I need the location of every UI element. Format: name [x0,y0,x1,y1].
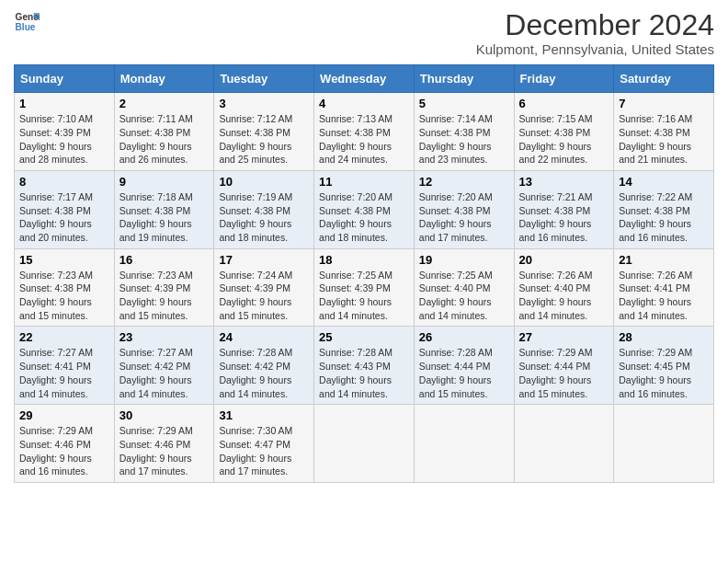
day-number: 4 [319,97,409,110]
calendar-cell: 21 Sunrise: 7:26 AMSunset: 4:41 PMDaylig… [614,248,714,327]
day-number: 21 [619,253,709,267]
calendar-cell: 27 Sunrise: 7:29 AMSunset: 4:44 PMDaylig… [514,327,614,405]
day-info: Sunrise: 7:30 AMSunset: 4:47 PMDaylight:… [219,425,292,477]
weekday-header-monday: Monday [114,65,214,93]
week-row-2: 8 Sunrise: 7:17 AMSunset: 4:38 PMDayligh… [15,170,714,248]
calendar-cell: 20 Sunrise: 7:26 AMSunset: 4:40 PMDaylig… [514,248,614,327]
calendar-cell: 9 Sunrise: 7:18 AMSunset: 4:38 PMDayligh… [114,170,214,248]
day-info: Sunrise: 7:23 AMSunset: 4:39 PMDaylight:… [119,270,193,321]
day-info: Sunrise: 7:27 AMSunset: 4:42 PMDaylight:… [119,347,193,398]
day-number: 9 [119,175,210,189]
calendar-cell [414,405,514,483]
calendar-cell: 5 Sunrise: 7:14 AMSunset: 4:38 PMDayligh… [414,93,514,171]
calendar-cell: 19 Sunrise: 7:25 AMSunset: 4:40 PMDaylig… [414,248,514,327]
day-info: Sunrise: 7:28 AMSunset: 4:44 PMDaylight:… [419,347,493,398]
day-info: Sunrise: 7:23 AMSunset: 4:38 PMDaylight:… [19,270,93,321]
day-info: Sunrise: 7:29 AMSunset: 4:46 PMDaylight:… [19,425,93,477]
day-number: 6 [519,97,609,110]
day-info: Sunrise: 7:17 AMSunset: 4:38 PMDaylight:… [19,191,93,243]
day-info: Sunrise: 7:16 AMSunset: 4:38 PMDaylight:… [619,113,692,165]
calendar-cell [314,405,415,483]
day-number: 31 [219,408,309,422]
day-number: 20 [519,253,609,267]
day-info: Sunrise: 7:18 AMSunset: 4:38 PMDaylight:… [119,191,193,243]
calendar-cell: 8 Sunrise: 7:17 AMSunset: 4:38 PMDayligh… [15,170,115,248]
calendar-cell: 11 Sunrise: 7:20 AMSunset: 4:38 PMDaylig… [314,170,415,248]
day-info: Sunrise: 7:28 AMSunset: 4:42 PMDaylight:… [219,347,292,398]
day-number: 24 [219,330,309,344]
calendar-cell: 4 Sunrise: 7:13 AMSunset: 4:38 PMDayligh… [314,93,415,171]
svg-text:Blue: Blue [16,22,36,32]
day-info: Sunrise: 7:26 AMSunset: 4:40 PMDaylight:… [519,270,593,321]
day-number: 7 [619,97,709,110]
week-row-4: 22 Sunrise: 7:27 AMSunset: 4:41 PMDaylig… [15,327,714,405]
week-row-1: 1 Sunrise: 7:10 AMSunset: 4:39 PMDayligh… [15,93,714,171]
calendar-cell [514,405,614,483]
day-number: 27 [519,330,609,344]
day-info: Sunrise: 7:29 AMSunset: 4:44 PMDaylight:… [519,347,593,398]
day-number: 16 [119,253,210,267]
calendar-cell: 28 Sunrise: 7:29 AMSunset: 4:45 PMDaylig… [614,327,714,405]
calendar-cell: 7 Sunrise: 7:16 AMSunset: 4:38 PMDayligh… [614,93,714,171]
day-number: 30 [119,408,210,422]
day-number: 5 [419,97,509,110]
weekday-header-friday: Friday [514,65,614,93]
day-number: 26 [419,330,509,344]
calendar-cell: 16 Sunrise: 7:23 AMSunset: 4:39 PMDaylig… [114,248,214,327]
calendar-cell: 25 Sunrise: 7:28 AMSunset: 4:43 PMDaylig… [314,327,415,405]
day-info: Sunrise: 7:10 AMSunset: 4:39 PMDaylight:… [19,113,93,165]
day-info: Sunrise: 7:13 AMSunset: 4:38 PMDaylight:… [319,113,392,165]
calendar-cell: 31 Sunrise: 7:30 AMSunset: 4:47 PMDaylig… [214,405,314,483]
weekday-header-sunday: Sunday [15,65,115,93]
day-number: 1 [19,97,109,110]
day-number: 11 [319,175,409,189]
logo: General Blue [14,9,40,35]
day-info: Sunrise: 7:15 AMSunset: 4:38 PMDaylight:… [519,113,593,165]
calendar-cell: 14 Sunrise: 7:22 AMSunset: 4:38 PMDaylig… [614,170,714,248]
calendar-cell: 23 Sunrise: 7:27 AMSunset: 4:42 PMDaylig… [114,327,214,405]
logo-icon: General Blue [14,9,40,35]
calendar-cell: 12 Sunrise: 7:20 AMSunset: 4:38 PMDaylig… [414,170,514,248]
day-number: 2 [119,97,210,110]
calendar-cell: 30 Sunrise: 7:29 AMSunset: 4:46 PMDaylig… [114,405,214,483]
day-number: 8 [19,175,109,189]
weekday-header-tuesday: Tuesday [214,65,314,93]
day-info: Sunrise: 7:19 AMSunset: 4:38 PMDaylight:… [219,191,292,243]
day-info: Sunrise: 7:22 AMSunset: 4:38 PMDaylight:… [619,191,692,243]
calendar-cell: 15 Sunrise: 7:23 AMSunset: 4:38 PMDaylig… [15,248,115,327]
calendar-cell: 3 Sunrise: 7:12 AMSunset: 4:38 PMDayligh… [214,93,314,171]
day-number: 14 [619,175,709,189]
calendar-cell: 26 Sunrise: 7:28 AMSunset: 4:44 PMDaylig… [414,327,514,405]
day-number: 28 [619,330,709,344]
week-row-5: 29 Sunrise: 7:29 AMSunset: 4:46 PMDaylig… [15,405,714,483]
day-info: Sunrise: 7:20 AMSunset: 4:38 PMDaylight:… [419,191,493,243]
calendar-cell: 29 Sunrise: 7:29 AMSunset: 4:46 PMDaylig… [15,405,115,483]
weekday-header-thursday: Thursday [414,65,514,93]
calendar-cell: 2 Sunrise: 7:11 AMSunset: 4:38 PMDayligh… [114,93,214,171]
day-info: Sunrise: 7:25 AMSunset: 4:40 PMDaylight:… [419,270,493,321]
day-info: Sunrise: 7:29 AMSunset: 4:45 PMDaylight:… [619,347,692,398]
day-number: 23 [119,330,210,344]
day-info: Sunrise: 7:25 AMSunset: 4:39 PMDaylight:… [319,270,392,321]
calendar-cell: 1 Sunrise: 7:10 AMSunset: 4:39 PMDayligh… [15,93,115,171]
calendar-cell: 10 Sunrise: 7:19 AMSunset: 4:38 PMDaylig… [214,170,314,248]
day-number: 12 [419,175,509,189]
day-info: Sunrise: 7:21 AMSunset: 4:38 PMDaylight:… [519,191,593,243]
week-row-3: 15 Sunrise: 7:23 AMSunset: 4:38 PMDaylig… [15,248,714,327]
day-number: 13 [519,175,609,189]
day-number: 3 [219,97,309,110]
day-number: 29 [19,408,109,422]
weekday-header-row: SundayMondayTuesdayWednesdayThursdayFrid… [15,65,714,93]
day-number: 15 [19,253,109,267]
subtitle: Kulpmont, Pennsylvania, United States [476,41,714,57]
day-info: Sunrise: 7:20 AMSunset: 4:38 PMDaylight:… [319,191,392,243]
day-number: 10 [219,175,309,189]
calendar-cell: 24 Sunrise: 7:28 AMSunset: 4:42 PMDaylig… [214,327,314,405]
day-number: 18 [319,253,409,267]
weekday-header-saturday: Saturday [614,65,714,93]
day-info: Sunrise: 7:14 AMSunset: 4:38 PMDaylight:… [419,113,493,165]
calendar-cell: 13 Sunrise: 7:21 AMSunset: 4:38 PMDaylig… [514,170,614,248]
calendar-table: SundayMondayTuesdayWednesdayThursdayFrid… [14,64,714,483]
day-info: Sunrise: 7:26 AMSunset: 4:41 PMDaylight:… [619,270,692,321]
day-info: Sunrise: 7:24 AMSunset: 4:39 PMDaylight:… [219,270,292,321]
